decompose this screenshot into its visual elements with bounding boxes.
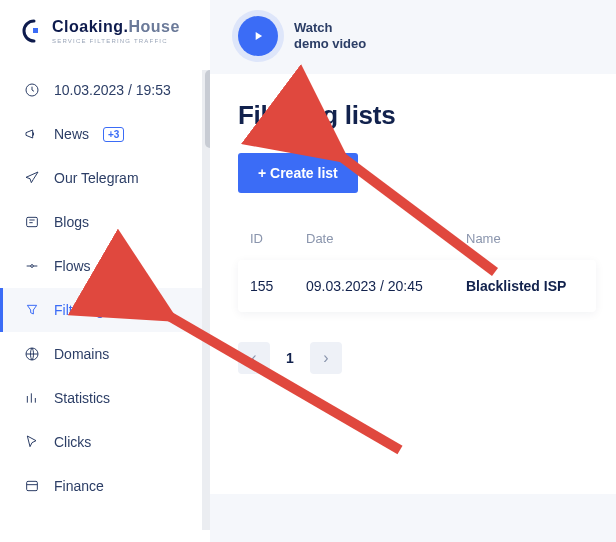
page-content: Filtering lists + Create list ID Date Na… bbox=[210, 74, 616, 494]
sidebar-item-domains[interactable]: Domains bbox=[0, 332, 210, 376]
logo-icon bbox=[18, 18, 44, 44]
create-list-button[interactable]: + Create list bbox=[238, 153, 358, 193]
th-name: Name bbox=[466, 231, 584, 246]
sidebar-item-filtering-lists[interactable]: Filtering lists bbox=[0, 288, 210, 332]
sidebar-nav: 10.03.2023 / 19:53 News +3 Our Telegram … bbox=[0, 68, 210, 508]
sidebar-datetime: 10.03.2023 / 19:53 bbox=[0, 68, 210, 112]
main: Watch demo video Filtering lists + Creat… bbox=[210, 0, 616, 542]
sidebar-item-label: Finance bbox=[54, 478, 104, 494]
th-date: Date bbox=[306, 231, 466, 246]
banner-line1: Watch bbox=[294, 20, 366, 36]
chevron-right-icon: › bbox=[323, 349, 328, 367]
sidebar-item-finance[interactable]: Finance bbox=[0, 464, 210, 508]
demo-banner[interactable]: Watch demo video bbox=[210, 0, 616, 74]
cell-name: Blacklisted ISP bbox=[466, 278, 584, 294]
sidebar-item-statistics[interactable]: Statistics bbox=[0, 376, 210, 420]
table-row[interactable]: 155 09.03.2023 / 20:45 Blacklisted ISP bbox=[238, 260, 596, 312]
finance-icon bbox=[24, 478, 40, 494]
sidebar-item-flows[interactable]: Flows bbox=[0, 244, 210, 288]
sidebar-item-label: Domains bbox=[54, 346, 109, 362]
pager-next-button[interactable]: › bbox=[310, 342, 342, 374]
banner-line2: demo video bbox=[294, 36, 366, 52]
globe-icon bbox=[24, 346, 40, 362]
cursor-icon bbox=[24, 434, 40, 450]
sidebar-item-label: Flows bbox=[54, 258, 91, 274]
sidebar-item-label: Blogs bbox=[54, 214, 89, 230]
chevron-left-icon: ‹ bbox=[251, 349, 256, 367]
sidebar-item-label: News bbox=[54, 126, 89, 142]
sidebar-item-telegram[interactable]: Our Telegram bbox=[0, 156, 210, 200]
table-header: ID Date Name bbox=[238, 223, 596, 254]
sidebar-item-label: Statistics bbox=[54, 390, 110, 406]
blog-icon bbox=[24, 214, 40, 230]
demo-banner-text: Watch demo video bbox=[294, 20, 366, 51]
brand-name-right: House bbox=[129, 18, 180, 35]
brand-logo: Cloaking.House SERVICE FILTERING TRAFFIC bbox=[0, 18, 210, 62]
brand-name-left: Cloaking. bbox=[52, 18, 129, 35]
telegram-icon bbox=[24, 170, 40, 186]
news-badge: +3 bbox=[103, 127, 124, 142]
play-icon[interactable] bbox=[238, 16, 278, 56]
pager-prev-button[interactable]: ‹ bbox=[238, 342, 270, 374]
sidebar-item-label: Our Telegram bbox=[54, 170, 139, 186]
svg-rect-4 bbox=[27, 481, 38, 490]
sidebar-item-label: Filtering lists bbox=[54, 302, 132, 318]
svg-rect-0 bbox=[33, 28, 38, 33]
cell-id: 155 bbox=[250, 278, 306, 294]
filter-icon bbox=[24, 302, 40, 318]
page-title: Filtering lists bbox=[238, 100, 596, 131]
clock-icon bbox=[24, 82, 40, 98]
th-id: ID bbox=[250, 231, 306, 246]
sidebar: Cloaking.House SERVICE FILTERING TRAFFIC… bbox=[0, 0, 210, 542]
datetime-text: 10.03.2023 / 19:53 bbox=[54, 82, 171, 98]
brand-tagline: SERVICE FILTERING TRAFFIC bbox=[52, 38, 180, 44]
pagination: ‹ 1 › bbox=[238, 342, 596, 374]
sidebar-item-news[interactable]: News +3 bbox=[0, 112, 210, 156]
sidebar-item-label: Clicks bbox=[54, 434, 91, 450]
filtering-table: ID Date Name 155 09.03.2023 / 20:45 Blac… bbox=[238, 223, 596, 312]
svg-rect-2 bbox=[27, 217, 38, 226]
brand-text: Cloaking.House SERVICE FILTERING TRAFFIC bbox=[52, 18, 180, 44]
megaphone-icon bbox=[24, 126, 40, 142]
sidebar-item-blogs[interactable]: Blogs bbox=[0, 200, 210, 244]
flows-icon bbox=[24, 258, 40, 274]
sidebar-item-clicks[interactable]: Clicks bbox=[0, 420, 210, 464]
pager-current: 1 bbox=[280, 350, 300, 366]
cell-date: 09.03.2023 / 20:45 bbox=[306, 278, 466, 294]
chart-icon bbox=[24, 390, 40, 406]
